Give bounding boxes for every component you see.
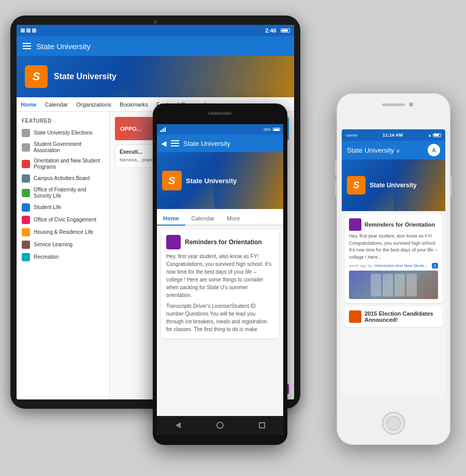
android-card-text2: Transcripts Driver's License/Student ID … bbox=[166, 302, 274, 333]
iphone-sleep-button[interactable] bbox=[450, 176, 452, 197]
android-banner-title: State University bbox=[186, 177, 237, 185]
tablet-sidebar: Featured State University Elections Stud… bbox=[17, 112, 110, 399]
iphone-banner-title: State University bbox=[370, 182, 417, 189]
android-card-text: Hey, first year student, also know as FY… bbox=[166, 252, 274, 299]
sga-icon bbox=[22, 143, 30, 152]
sidebar-item-campus[interactable]: Campus Activities Board bbox=[17, 172, 109, 185]
sidebar-item-service[interactable]: Service Learning bbox=[17, 239, 109, 251]
iphone-screen: carrier 11:14 AM ▲ State University ∨ A bbox=[342, 129, 445, 398]
iphone-earpiece bbox=[382, 103, 405, 106]
iphone-card-orientation: Reminders for Orientation Hey, first yea… bbox=[345, 214, 442, 303]
android-battery-pct: 95% bbox=[264, 128, 271, 131]
iphone-card-text: Hey, first year student, also know as FY… bbox=[349, 233, 438, 261]
sga-label: Student Government Association bbox=[34, 141, 104, 154]
notification-icon bbox=[21, 28, 25, 33]
iphone-home-button[interactable] bbox=[382, 412, 405, 435]
android-card-icon bbox=[166, 235, 181, 249]
student-life-icon bbox=[22, 203, 30, 212]
android-tab-home[interactable]: Home bbox=[157, 215, 185, 226]
nav-organizations[interactable]: Organizations bbox=[76, 101, 111, 108]
iphone: carrier 11:14 AM ▲ State University ∨ A bbox=[337, 93, 450, 445]
android-recents-btn[interactable] bbox=[256, 419, 268, 432]
iphone-top bbox=[337, 93, 450, 129]
iphone-battery bbox=[433, 133, 441, 137]
student-figure-1 bbox=[371, 274, 381, 296]
iphone-carrier: carrier bbox=[346, 133, 358, 138]
signal-bars bbox=[160, 127, 166, 132]
tablet-time: 2:46 bbox=[265, 27, 276, 34]
iphone-vol-down-button[interactable] bbox=[335, 181, 337, 196]
fraternity-label: Office of Fraternity and Sorority Life bbox=[34, 187, 104, 199]
campus-label: Campus Activities Board bbox=[34, 175, 90, 182]
housing-label: Housing & Residence Life bbox=[34, 229, 93, 235]
hamburger-menu[interactable] bbox=[23, 43, 31, 49]
university-logo: S bbox=[25, 65, 48, 88]
orientation-link[interactable]: Orientation And New Stude... bbox=[374, 263, 428, 268]
nav-bookmarks[interactable]: Bookmarks bbox=[120, 101, 148, 108]
iphone-title-text: State University bbox=[347, 146, 394, 154]
sidebar-item-sga[interactable]: Student Government Association bbox=[17, 139, 109, 156]
android-screen: 95% ◀ State University S State Universit… bbox=[157, 124, 283, 435]
avatar[interactable]: A bbox=[428, 144, 440, 156]
signal-bar-3 bbox=[163, 128, 164, 132]
iphone-card-election: 2015 Election Candidates Announced! bbox=[345, 306, 442, 327]
nav-calendar[interactable]: Calendar bbox=[45, 101, 68, 108]
avatar-letter: A bbox=[432, 147, 435, 153]
android-logo-letter: S bbox=[168, 175, 175, 187]
sidebar-item-elections[interactable]: State University Elections bbox=[17, 127, 109, 139]
android-tab-calendar[interactable]: Calendar bbox=[185, 215, 221, 226]
iphone-card-footer: week ago by Orientation And New Stude...… bbox=[349, 263, 438, 269]
tablet-camera bbox=[153, 20, 157, 24]
android-hamburger[interactable] bbox=[171, 140, 179, 146]
orientation-label: Orientation and New Student Programs bbox=[34, 158, 104, 170]
student-figure-2 bbox=[383, 274, 393, 296]
android-tab-more[interactable]: More bbox=[221, 215, 246, 226]
nav-home[interactable]: Home bbox=[21, 101, 37, 108]
iphone-vol-up-button[interactable] bbox=[335, 160, 337, 175]
sidebar-item-fraternity[interactable]: Office of Fraternity and Sorority Life bbox=[17, 185, 109, 201]
sidebar-item-orientation[interactable]: Orientation and New Student Programs bbox=[17, 156, 109, 172]
back-button[interactable]: ◀ bbox=[161, 139, 167, 147]
iphone-appbar: State University ∨ A bbox=[342, 141, 445, 159]
signal-bar-4 bbox=[165, 127, 166, 132]
sidebar-featured-label: Featured bbox=[17, 116, 109, 127]
logo-letter: S bbox=[33, 70, 40, 83]
tablet-appbar: State University bbox=[17, 36, 294, 56]
android-status-right: 95% bbox=[264, 128, 280, 131]
orientation-icon bbox=[22, 160, 30, 168]
student-figure-3 bbox=[395, 274, 405, 296]
chevron-down-icon: ∨ bbox=[396, 148, 400, 154]
sidebar-item-civic[interactable]: Office of Civic Engagement bbox=[17, 214, 109, 226]
fraternity-icon bbox=[22, 189, 30, 197]
android-bottom-nav bbox=[157, 416, 283, 435]
recents-square-icon bbox=[259, 422, 265, 428]
sidebar-item-housing[interactable]: Housing & Residence Life bbox=[17, 226, 109, 239]
iphone-banner: S State University bbox=[342, 159, 445, 211]
iphone-orientation-icon bbox=[349, 218, 361, 231]
student-life-label: Student Life bbox=[34, 204, 61, 211]
service-label: Service Learning bbox=[34, 242, 72, 248]
tablet-appbar-title: State University bbox=[36, 42, 91, 51]
banner-text: OPPO... bbox=[120, 126, 141, 132]
home-circle-icon bbox=[216, 422, 224, 429]
tablet-status-icons bbox=[21, 28, 36, 33]
android-home-btn[interactable] bbox=[214, 419, 226, 432]
sidebar-item-student-life[interactable]: Student Life bbox=[17, 201, 109, 214]
android-tabs: Home Calendar More bbox=[157, 209, 283, 226]
android-card-header: Reminders for Orientation bbox=[166, 235, 274, 249]
sidebar-item-recreation[interactable]: Recreation bbox=[17, 251, 109, 263]
android-back-btn[interactable] bbox=[172, 419, 184, 432]
android-banner: S State University bbox=[157, 152, 283, 209]
iphone-logo: S bbox=[347, 176, 366, 195]
iphone-time: 11:14 AM bbox=[358, 132, 428, 138]
timestamp: week ago by bbox=[349, 263, 372, 268]
tablet-header-banner: S State University bbox=[17, 56, 294, 97]
android-card-title: Reminders for Orientation bbox=[185, 239, 262, 246]
civic-label: Office of Civic Engagement bbox=[34, 217, 96, 223]
civic-icon bbox=[22, 216, 30, 224]
campus-icon bbox=[22, 174, 30, 183]
android-brand: SAMSUNG bbox=[208, 111, 232, 115]
iphone-election-icon bbox=[349, 310, 361, 323]
city-overlay bbox=[127, 56, 294, 97]
iphone-appbar-title: State University ∨ bbox=[347, 146, 400, 154]
